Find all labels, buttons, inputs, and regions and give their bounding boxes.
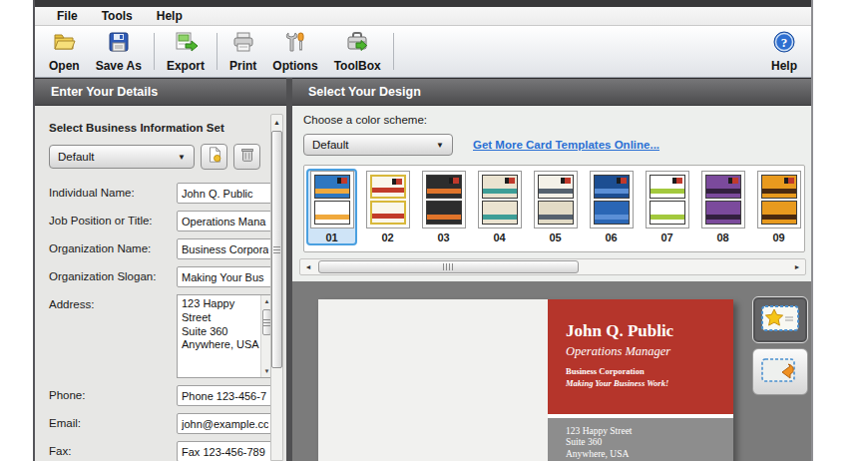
card-organization: Business Corporation (566, 366, 725, 376)
individual-name-input[interactable] (177, 183, 273, 204)
save-as-label: Save As (96, 59, 142, 73)
phone-input[interactable] (177, 385, 273, 406)
card-star-icon (760, 304, 800, 336)
export-button[interactable]: Export (159, 28, 213, 75)
svg-text:?: ? (781, 35, 788, 50)
template-thumb-08[interactable]: 08 (697, 169, 748, 245)
flip-arrow-icon (760, 356, 800, 388)
details-scrollbar[interactable]: ▲ (270, 114, 283, 461)
template-number: 05 (549, 231, 561, 243)
chevron-down-icon: ▼ (436, 141, 444, 150)
save-as-button[interactable]: Save As (88, 28, 150, 75)
export-label: Export (167, 59, 205, 73)
options-button[interactable]: Options (264, 28, 325, 75)
card-border-button[interactable] (752, 296, 808, 343)
template-number: 08 (716, 231, 728, 243)
organization-name-input[interactable] (177, 238, 273, 259)
template-thumb-05[interactable]: 05 (530, 169, 581, 245)
design-panel-body: Choose a color scheme: Default ▼ Get Mor… (292, 106, 811, 461)
info-set-label: Select Business Information Set (49, 122, 264, 134)
logo-chip-icon (672, 178, 682, 184)
template-scrollbar[interactable]: ◄ ► (299, 258, 806, 275)
logo-chip-icon (449, 178, 459, 184)
color-scheme-select[interactable]: Default ▼ (303, 134, 453, 156)
help-label: Help (771, 59, 797, 73)
template-thumb-01[interactable]: 01 (306, 169, 357, 245)
address-label: Address: (49, 294, 177, 310)
logo-chip-icon (617, 178, 627, 184)
details-panel-header: Enter Your Details (35, 78, 286, 106)
color-scheme-value: Default (312, 139, 348, 151)
scroll-left-icon[interactable]: ◄ (300, 259, 316, 274)
scroll-right-icon[interactable]: ► (789, 259, 805, 274)
screenshot-canvas: File Tools Help Open Save As Export Prin… (0, 0, 868, 461)
print-label: Print (229, 59, 256, 73)
logo-chip-icon (392, 179, 402, 185)
get-templates-link[interactable]: Get More Card Templates Online... (473, 139, 659, 151)
card-slogan: Making Your Business Work! (566, 378, 725, 388)
individual-name-label: Individual Name: (49, 183, 177, 199)
chevron-down-icon: ▼ (178, 153, 186, 162)
print-button[interactable]: Print (221, 28, 264, 75)
titlebar-strip (35, 0, 811, 7)
menu-tools[interactable]: Tools (90, 9, 145, 23)
new-document-icon (206, 146, 223, 168)
template-number: 04 (493, 231, 505, 243)
template-thumb-02[interactable]: 02 (362, 169, 413, 245)
new-info-set-button[interactable] (201, 144, 227, 170)
template-number: 03 (437, 231, 449, 243)
details-panel-title: Enter Your Details (51, 85, 158, 99)
main-area: Enter Your Details Select Business Infor… (35, 78, 811, 461)
app-window: File Tools Help Open Save As Export Prin… (33, 0, 813, 461)
menu-file[interactable]: File (45, 9, 90, 23)
card-red-section: John Q. Public Operations Manager Busine… (548, 299, 733, 414)
design-panel: Select Your Design Choose a color scheme… (292, 78, 811, 461)
address-textarea[interactable]: 123 Happy Street Suite 360 Anywhere, USA (178, 295, 260, 377)
menu-bar: File Tools Help (35, 7, 811, 26)
template-number: 07 (660, 231, 672, 243)
toolbar: Open Save As Export Print Options (35, 26, 811, 78)
email-input[interactable] (177, 413, 273, 434)
scroll-thumb[interactable] (318, 260, 579, 273)
info-set-select[interactable]: Default ▼ (49, 145, 195, 169)
phone-label: Phone: (49, 385, 177, 401)
template-number: 02 (381, 231, 393, 243)
organization-slogan-input[interactable] (177, 266, 273, 287)
open-label: Open (49, 59, 80, 73)
logo-chip-icon (561, 178, 571, 184)
template-card-preview (646, 171, 689, 229)
card-preview-area: John Q. Public Operations Manager Busine… (292, 281, 811, 461)
organization-slogan-label: Organization Slogan: (49, 266, 177, 282)
business-card-preview[interactable]: John Q. Public Operations Manager Busine… (318, 299, 733, 461)
template-thumb-04[interactable]: 04 (474, 169, 525, 245)
template-thumb-09[interactable]: 09 (753, 169, 804, 245)
template-thumb-07[interactable]: 07 (642, 169, 692, 245)
template-strip: 010203040506070809 (303, 165, 805, 252)
help-button[interactable]: ? Help (763, 28, 805, 75)
open-button[interactable]: Open (41, 28, 88, 75)
scroll-thumb[interactable] (271, 131, 282, 368)
toolbar-spacer (398, 28, 763, 75)
template-card-preview (422, 171, 466, 229)
template-card-preview (310, 171, 354, 229)
address-textarea-box: 123 Happy Street Suite 360 Anywhere, USA… (177, 294, 273, 378)
trash-icon (238, 146, 256, 168)
delete-info-set-button[interactable] (233, 144, 260, 170)
template-thumb-03[interactable]: 03 (418, 169, 469, 245)
email-label: Email: (49, 413, 177, 429)
template-thumb-06[interactable]: 06 (586, 169, 637, 245)
organization-name-label: Organization Name: (49, 238, 177, 254)
scroll-up-icon[interactable]: ▲ (271, 115, 282, 129)
help-icon: ? (772, 30, 796, 57)
toolbar-separator (217, 33, 217, 70)
toolbox-button[interactable]: ToolBox (326, 28, 389, 75)
fax-input[interactable] (177, 441, 273, 461)
card-address-block: 123 Happy StreetSuite 360Anywhere, USA23… (548, 418, 733, 461)
template-card-preview (478, 171, 522, 229)
flip-card-button[interactable] (752, 348, 808, 395)
options-label: Options (272, 59, 317, 73)
job-title-input[interactable] (177, 211, 273, 231)
template-number: 09 (772, 231, 784, 243)
card-name: John Q. Public (566, 321, 725, 341)
menu-help[interactable]: Help (145, 9, 195, 23)
